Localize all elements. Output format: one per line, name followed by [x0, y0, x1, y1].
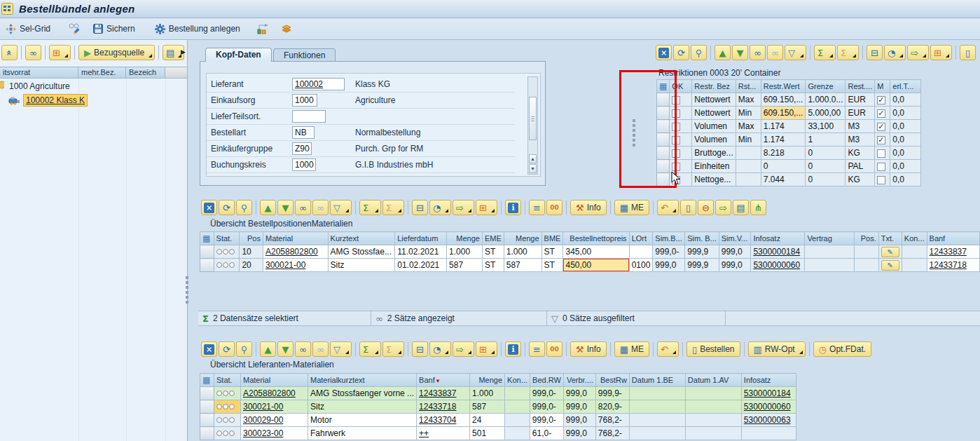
- cell[interactable]: [855, 259, 878, 272]
- text-button-cell[interactable]: ✎: [878, 245, 902, 259]
- column-header[interactable]: Verbr....: [563, 374, 595, 387]
- row-selector[interactable]: [200, 414, 214, 427]
- cell[interactable]: 5.000,00: [806, 107, 846, 120]
- cell[interactable]: [805, 245, 855, 259]
- cell[interactable]: KG: [846, 173, 875, 186]
- checkbox-cell[interactable]: [875, 173, 890, 186]
- column-header[interactable]: Datum 1.BE: [629, 374, 685, 387]
- tab-funktionen[interactable]: Funktionen: [273, 48, 336, 62]
- cell[interactable]: ST: [541, 245, 563, 259]
- transaction-icon[interactable]: [1, 3, 13, 15]
- column-header[interactable]: mehr.Bez.: [78, 67, 126, 79]
- scroll-down-icon[interactable]: ▼: [529, 164, 537, 173]
- field-input[interactable]: Z90: [292, 142, 312, 155]
- table-row[interactable]: VolumenMin1.1741M30,0: [657, 133, 921, 147]
- cell[interactable]: 999,0-: [530, 400, 563, 414]
- table-row[interactable]: 300023-00Fahrwerk++50161,0-999,0768,2-: [200, 427, 796, 440]
- cell[interactable]: 0,0: [890, 173, 921, 186]
- filter-icon[interactable]: ▽: [785, 45, 806, 60]
- cell[interactable]: 768,2-: [595, 427, 629, 440]
- table-row[interactable]: 300029-00Motor1243370424999,0-999,0768,2…: [200, 414, 796, 427]
- cell[interactable]: Volumen: [692, 120, 736, 133]
- cell[interactable]: 5300000063: [741, 414, 796, 427]
- export-icon[interactable]: ⇨: [453, 200, 474, 215]
- column-header[interactable]: Sim.B...: [653, 232, 685, 245]
- tab-kopf-daten[interactable]: Kopf-Daten: [205, 48, 272, 62]
- detail-icon[interactable]: ⚲: [691, 45, 707, 60]
- cell[interactable]: AMG Stossfae...: [328, 245, 395, 259]
- table-row[interactable]: 20300021-00Sitz01.02.2021587ST587ST450,0…: [200, 259, 980, 272]
- cell[interactable]: 999,0: [563, 414, 595, 427]
- status-cell[interactable]: [214, 387, 241, 400]
- opt-fdat-button[interactable]: ◷Opt.FDat.: [813, 341, 871, 357]
- cell[interactable]: 61,0-: [530, 427, 563, 440]
- cell[interactable]: M3: [846, 133, 875, 147]
- column-header[interactable]: EME: [482, 232, 504, 245]
- find-next-icon[interactable]: ∞: [312, 341, 329, 357]
- cell[interactable]: [629, 400, 685, 414]
- cell[interactable]: 587: [504, 259, 541, 272]
- cell[interactable]: 10: [240, 245, 263, 259]
- grid-settings-button[interactable]: [253, 22, 272, 36]
- cell[interactable]: 33,100: [806, 120, 846, 133]
- cell[interactable]: [629, 245, 653, 259]
- field-input[interactable]: 100002: [292, 78, 345, 90]
- table-row[interactable]: Einheiten00PAL0,0: [657, 160, 921, 173]
- column-header[interactable]: Kon...: [505, 374, 530, 387]
- cell[interactable]: 20: [240, 259, 263, 272]
- numbers-icon[interactable]: 00: [546, 200, 563, 215]
- cell[interactable]: 768,2-: [595, 414, 629, 427]
- cell[interactable]: [902, 245, 927, 259]
- cell[interactable]: [505, 414, 530, 427]
- cell[interactable]: AMG Stossfaenger vorne ...: [308, 387, 417, 400]
- column-header[interactable]: OK: [670, 80, 692, 93]
- column-header[interactable]: Restr. Bez: [692, 80, 736, 93]
- column-header[interactable]: Menge: [447, 232, 483, 245]
- cell[interactable]: 300021-00: [263, 259, 329, 272]
- checkbox-cell[interactable]: [670, 93, 692, 107]
- panel-expander-icon[interactable]: ▶: [181, 48, 186, 55]
- column-header[interactable]: Stat.: [214, 232, 240, 245]
- status-cell[interactable]: [214, 414, 241, 427]
- info-button[interactable]: ⚒Info: [570, 341, 607, 357]
- column-header[interactable]: Grenze: [806, 80, 846, 93]
- cell[interactable]: [685, 427, 741, 440]
- cell[interactable]: ++: [417, 427, 470, 440]
- layout-icon[interactable]: ⊞: [476, 200, 497, 215]
- column-header[interactable]: Txt.: [878, 232, 902, 245]
- table-row[interactable]: Nettoge...7.0440KG0,0: [657, 173, 921, 186]
- partial-icon[interactable]: ▯: [960, 45, 976, 60]
- me-button[interactable]: ▦ME: [614, 341, 649, 357]
- status-cell[interactable]: [214, 245, 240, 259]
- cell[interactable]: 0: [761, 160, 806, 173]
- row-selector[interactable]: [657, 160, 670, 173]
- cell[interactable]: [629, 427, 685, 440]
- transfer-icon[interactable]: ⇨: [715, 200, 731, 215]
- checkbox-cell[interactable]: [875, 120, 890, 133]
- sort-desc-icon[interactable]: ▼: [277, 200, 294, 215]
- text-button-cell[interactable]: ✎: [878, 259, 902, 272]
- cell[interactable]: ST: [541, 259, 563, 272]
- close-grid-icon[interactable]: ×: [201, 341, 217, 357]
- status-cell[interactable]: [214, 427, 241, 440]
- tree-item-label-selected[interactable]: 100002 Klass K: [23, 94, 88, 107]
- cell[interactable]: [629, 414, 685, 427]
- cell[interactable]: 999,0: [563, 427, 595, 440]
- cell[interactable]: 0: [806, 147, 846, 160]
- cell[interactable]: [805, 259, 855, 272]
- column-header[interactable]: Banf: [927, 232, 979, 245]
- filter-icon[interactable]: ▽: [330, 341, 352, 357]
- column-header[interactable]: Menge: [504, 232, 541, 245]
- column-header[interactable]: Vertrag: [805, 232, 855, 245]
- scrollbar-thumb[interactable]: [529, 97, 537, 140]
- cell[interactable]: 0,0: [890, 160, 921, 173]
- find-icon[interactable]: ∞: [750, 45, 766, 60]
- cell[interactable]: A2058802800: [241, 387, 308, 400]
- cell[interactable]: 450,00: [563, 259, 629, 272]
- cell[interactable]: 12433837: [417, 387, 470, 400]
- cell[interactable]: 999,9: [685, 259, 719, 272]
- column-header[interactable]: ▦: [200, 232, 214, 245]
- subtotal-icon[interactable]: Σ: [382, 200, 404, 215]
- cell[interactable]: 12433718: [927, 259, 979, 272]
- cell[interactable]: [736, 173, 761, 186]
